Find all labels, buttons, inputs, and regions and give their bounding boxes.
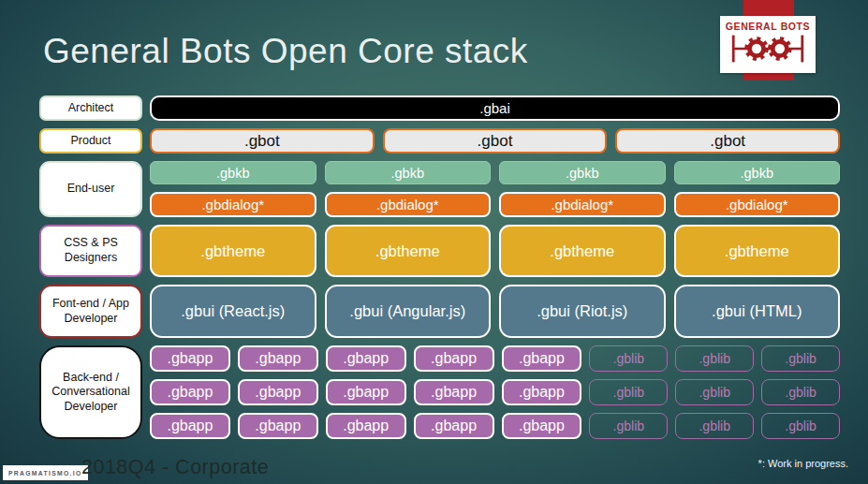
- box-gbui-riot: .gbui (Riot.js): [499, 285, 666, 338]
- box-gblib: .gblib: [675, 345, 754, 372]
- row-gbui: .gbui (React.js) .gbui (Angular.js) .gbu…: [150, 285, 840, 338]
- box-gbapp: .gbapp: [502, 345, 582, 372]
- box-gbapp: .gbapp: [502, 379, 582, 405]
- box-gbtheme: .gbtheme: [150, 225, 316, 277]
- row-backend-2: .gbapp .gbapp .gbapp .gbapp .gbapp .gbli…: [150, 379, 840, 405]
- box-gbapp: .gbapp: [150, 379, 230, 405]
- box-gbot: .gbot: [383, 128, 608, 154]
- box-gbdialog: .gbdialog*: [674, 192, 841, 217]
- box-gbapp: .gbapp: [150, 413, 230, 439]
- box-gbapp: .gbapp: [238, 413, 318, 439]
- box-gbui-angular: .gbui (Angular.js): [325, 285, 492, 338]
- page-title: General Bots Open Core stack: [43, 32, 528, 71]
- box-gbui-react: .gbui (React.js): [150, 285, 316, 338]
- box-gbapp: .gbapp: [326, 379, 406, 405]
- brand-badge: PRAGMATISMO.IO: [3, 465, 88, 480]
- box-gblib: .gblib: [761, 379, 840, 405]
- box-gbkb: .gbkb: [674, 161, 841, 184]
- box-gblib: .gblib: [761, 413, 840, 439]
- row-gbkb: .gbkb .gbkb .gbkb .gbkb: [150, 161, 840, 184]
- box-gblib: .gblib: [761, 345, 840, 372]
- box-gbtheme: .gbtheme: [674, 225, 841, 277]
- box-gbui-html: .gbui (HTML): [674, 285, 841, 338]
- row-backend-1: .gbapp .gbapp .gbapp .gbapp .gbapp .gbli…: [150, 345, 840, 372]
- general-bots-logo: GENERAL BOTS: [720, 16, 816, 73]
- row-gbdialog: .gbdialog* .gbdialog* .gbdialog* .gbdial…: [150, 192, 840, 217]
- box-gbapp: .gbapp: [326, 345, 406, 372]
- box-gbapp: .gbapp: [238, 379, 318, 405]
- gears-icon: [727, 32, 809, 66]
- box-gbapp: .gbapp: [326, 413, 406, 439]
- box-gblib: .gblib: [589, 345, 668, 372]
- box-gbapp: .gbapp: [238, 345, 318, 372]
- row-label-frontend-developer: Font-end / App Developer: [39, 285, 142, 338]
- row-backend-3: .gbapp .gbapp .gbapp .gbapp .gbapp .gbli…: [150, 413, 840, 439]
- row-gbot: .gbot .gbot .gbot: [150, 128, 840, 154]
- box-gblib: .gblib: [675, 413, 754, 439]
- open-core-stack-diagram: Architect Product End-user CSS & PS Desi…: [39, 95, 840, 439]
- row-label-architect: Architect: [39, 95, 142, 121]
- box-gbkb: .gbkb: [325, 161, 492, 184]
- box-gbapp: .gbapp: [150, 345, 230, 372]
- work-in-progress-footnote: *: Work in progress.: [758, 458, 848, 469]
- box-gbtheme: .gbtheme: [325, 225, 492, 277]
- box-gblib: .gblib: [589, 413, 668, 439]
- slide-canvas: General Bots Open Core stack GENERAL BOT…: [0, 0, 868, 484]
- box-gbdialog: .gbdialog*: [499, 192, 666, 217]
- box-gbot: .gbot: [150, 128, 375, 154]
- box-gbot: .gbot: [615, 128, 840, 154]
- box-gbdialog: .gbdialog*: [325, 192, 492, 217]
- row-label-backend-developer: Back-end / Conversational Developer: [39, 345, 142, 439]
- slide-caption: 2018Q4 - Corporate: [81, 456, 269, 479]
- box-gbai: .gbai: [150, 95, 840, 121]
- box-gbapp: .gbapp: [414, 345, 494, 372]
- box-gbkb: .gbkb: [499, 161, 666, 184]
- box-gbdialog: .gbdialog*: [150, 192, 316, 217]
- row-gbai: .gbai: [150, 95, 840, 121]
- box-gbapp: .gbapp: [502, 413, 582, 439]
- logo-brand-text: GENERAL BOTS: [726, 21, 810, 32]
- row-gbtheme: .gbtheme .gbtheme .gbtheme .gbtheme: [150, 225, 840, 277]
- row-label-product: Product: [39, 128, 142, 154]
- box-gbtheme: .gbtheme: [499, 225, 666, 277]
- box-gbkb: .gbkb: [150, 161, 316, 184]
- box-gbapp: .gbapp: [414, 413, 494, 439]
- row-label-css-ps-designers: CSS & PS Designers: [39, 225, 142, 277]
- box-gblib: .gblib: [675, 379, 754, 405]
- box-gbapp: .gbapp: [414, 379, 494, 405]
- row-label-end-user: End-user: [39, 161, 142, 217]
- box-gblib: .gblib: [589, 379, 668, 405]
